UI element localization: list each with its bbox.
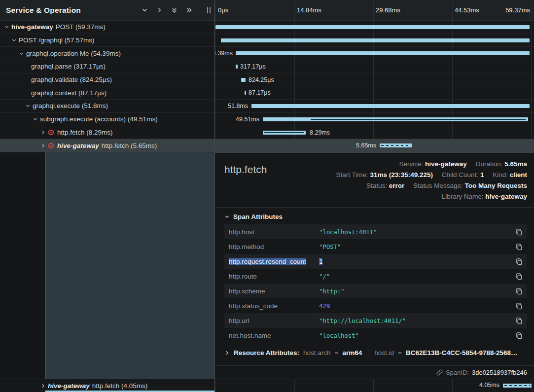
span-attributes-toggle[interactable]: Span Attributes bbox=[215, 208, 534, 224]
meta-line: Library Name: hive-gateway bbox=[336, 191, 527, 202]
tree-row[interactable]: graphql.parse (317.17µs) bbox=[0, 60, 214, 73]
attribute-value: 429 bbox=[319, 302, 511, 310]
timeline-ruler: 0µs 14.84ms 29.68ms 44.53ms 59.37ms bbox=[215, 0, 534, 21]
span-operation-label: http.fetch (4.05ms) bbox=[92, 382, 148, 390]
attribute-value: 1 bbox=[319, 258, 322, 265]
timeline-row: 51.8ms bbox=[215, 100, 534, 113]
copy-icon[interactable] bbox=[515, 287, 523, 295]
tree-row[interactable]: http.fetch (8.29ms) bbox=[0, 126, 214, 140]
duration-label: 87.17µs bbox=[249, 89, 271, 96]
copy-icon[interactable] bbox=[515, 302, 523, 310]
attribute-key: http.request.resend_count bbox=[229, 258, 306, 265]
attribute-row: http.url "http://localhost:4011/" bbox=[224, 313, 527, 328]
attribute-row: http.scheme "http:" bbox=[224, 284, 527, 298]
timeline-row: 317.17µs bbox=[215, 60, 534, 73]
resource-key: host.id bbox=[374, 349, 394, 356]
selected-subtree-area bbox=[45, 152, 214, 379]
service-value: hive-gateway bbox=[425, 160, 467, 168]
timeline-rows-area: 0µs 14.84ms 29.68ms 44.53ms 59.37ms 54.3… bbox=[215, 0, 534, 152]
span-tree-panel: Service & Operation hive-gateway bbox=[0, 0, 215, 392]
span-duration-bar[interactable] bbox=[245, 91, 246, 95]
grid-line bbox=[294, 379, 295, 392]
chevron-down-icon[interactable] bbox=[19, 51, 24, 56]
duration-label: 317.17µs bbox=[240, 63, 266, 70]
error-status-icon bbox=[48, 129, 54, 136]
attribute-row: http.route "/" bbox=[224, 269, 527, 284]
tree-row[interactable]: subgraph.execute (accounts) (49.51ms) bbox=[0, 113, 214, 126]
tree-row-selected[interactable]: hive-gateway http.fetch (5.65ms) bbox=[0, 139, 214, 152]
chevron-right-icon bbox=[224, 350, 230, 356]
panel-resize-handle[interactable] bbox=[207, 7, 211, 13]
tree-row[interactable]: hive-gateway POST (59.37ms) bbox=[0, 21, 214, 34]
chevron-down-icon[interactable] bbox=[25, 103, 31, 108]
attribute-key: http.method bbox=[229, 243, 319, 250]
chevron-right-icon[interactable] bbox=[156, 7, 163, 13]
duration-label: 49.51ms bbox=[236, 116, 259, 123]
grid-line bbox=[373, 379, 374, 392]
tree-row[interactable]: graphql.validate (824.25µs) bbox=[0, 73, 214, 87]
chevron-down-icon[interactable] bbox=[11, 37, 17, 43]
attribute-key: http.scheme bbox=[229, 287, 319, 295]
attribute-key: http.status_code bbox=[229, 302, 319, 310]
attribute-value: "POST" bbox=[319, 243, 511, 250]
grid-line bbox=[215, 379, 216, 392]
span-duration-bar[interactable] bbox=[503, 384, 532, 388]
timeline-tick-label: 14.84ms bbox=[297, 6, 321, 14]
span-duration-bar[interactable] bbox=[380, 143, 412, 147]
span-operation-label: http.fetch (5.65ms) bbox=[102, 142, 157, 149]
span-duration-bar[interactable] bbox=[263, 131, 306, 135]
double-chevron-right-icon[interactable] bbox=[186, 7, 192, 13]
chevron-right-icon[interactable] bbox=[40, 130, 46, 135]
span-duration-bar[interactable] bbox=[241, 78, 246, 82]
duration-label: Duration: bbox=[476, 160, 503, 168]
span-operation-label: graphql.parse (317.17µs) bbox=[31, 63, 106, 70]
span-duration-bar[interactable] bbox=[263, 117, 528, 121]
timeline-row bbox=[215, 21, 534, 34]
meta-line: Status: error Status Message: Too Many R… bbox=[336, 180, 527, 191]
span-operation-label: graphql.context (87.17µs) bbox=[31, 89, 107, 97]
span-detail-title: http.fetch bbox=[224, 164, 267, 176]
double-chevron-down-icon[interactable] bbox=[171, 7, 178, 13]
span-duration-bar[interactable] bbox=[236, 51, 530, 55]
timeline-tick-label: 29.68ms bbox=[376, 6, 400, 14]
resource-attributes-title: Resource Attributes: bbox=[234, 349, 299, 356]
tree-row[interactable]: graphql.operation Me (54.39ms) bbox=[0, 47, 214, 60]
resource-value: BC62E13B-C4CC-5854-9788-2568… bbox=[406, 349, 518, 356]
span-duration-bar[interactable] bbox=[215, 25, 530, 29]
status-message-value: Too Many Requests bbox=[464, 182, 527, 189]
chevron-down-icon[interactable] bbox=[142, 7, 148, 13]
span-duration-bar[interactable] bbox=[251, 104, 530, 108]
meta-line: Service: hive-gateway Duration: 5.65ms bbox=[336, 159, 527, 170]
chevron-down-icon[interactable] bbox=[4, 24, 9, 30]
status-message-label: Status Message: bbox=[413, 182, 463, 189]
trace-viewer: Service & Operation hive-gateway bbox=[0, 0, 534, 392]
child-count-label: Child Count: bbox=[442, 171, 478, 178]
tree-row[interactable]: graphql.context (87.17µs) bbox=[0, 86, 214, 100]
span-duration-bar[interactable] bbox=[236, 65, 238, 69]
attribute-value: "/" bbox=[319, 273, 511, 280]
timeline-row: 87.17µs bbox=[215, 86, 534, 100]
link-icon[interactable] bbox=[436, 369, 443, 376]
timeline-row bbox=[215, 34, 534, 47]
library-name-value: hive-gateway bbox=[485, 193, 527, 200]
timeline-tick-label: 44.53ms bbox=[455, 6, 479, 14]
equals-sign: = bbox=[335, 349, 339, 356]
copy-icon[interactable] bbox=[515, 228, 523, 236]
chevron-down-icon[interactable] bbox=[33, 116, 38, 122]
attribute-key: net.host.name bbox=[229, 332, 319, 339]
span-operation-label: POST (59.37ms) bbox=[56, 23, 106, 31]
span-duration-bar[interactable] bbox=[221, 38, 530, 42]
chevron-right-icon[interactable] bbox=[40, 143, 46, 148]
copy-icon[interactable] bbox=[515, 317, 523, 324]
resource-attributes-toggle[interactable]: Resource Attributes: host.arch = arm64 h… bbox=[215, 343, 534, 356]
copy-icon[interactable] bbox=[515, 273, 523, 280]
copy-icon[interactable] bbox=[515, 243, 523, 250]
tree-row[interactable]: POST /graphql (57.57ms) bbox=[0, 34, 214, 47]
copy-icon[interactable] bbox=[515, 258, 523, 265]
tree-row[interactable]: graphql.execute (51.8ms) bbox=[0, 100, 214, 113]
copy-icon[interactable] bbox=[515, 332, 523, 339]
duration-label: 51.8ms bbox=[228, 103, 248, 109]
span-id-value: 3de02518937fb246 bbox=[472, 369, 527, 376]
chevron-right-icon[interactable] bbox=[40, 383, 46, 389]
attribute-row: http.method "POST" bbox=[224, 239, 527, 254]
